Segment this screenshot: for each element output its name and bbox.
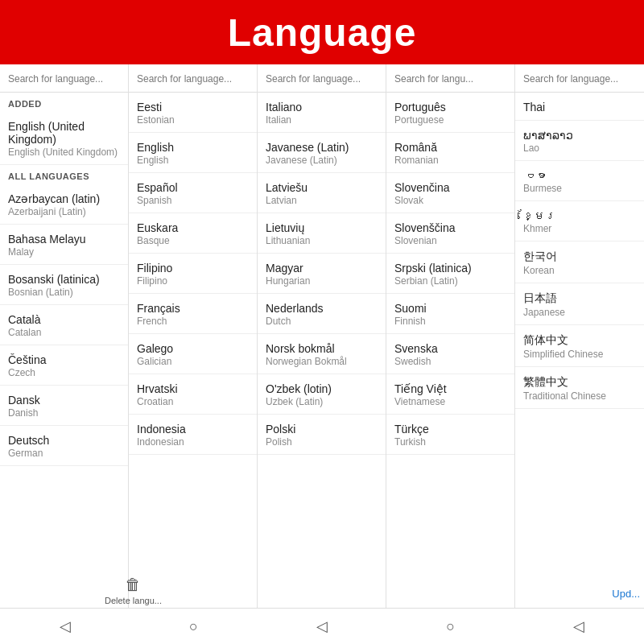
language-sub: English [137, 155, 249, 166]
list-item[interactable]: SlovenščinaSlovenian [386, 213, 514, 254]
language-sub: Galician [137, 356, 249, 367]
language-sub: Malay [8, 246, 120, 258]
language-name: Dansk [8, 394, 120, 407]
column-content-5: ThaiພາສາລາວLaoဗမာBurmeseខ្មែរKhmer한국어Kor… [515, 93, 644, 644]
list-item[interactable]: GalegoGalician [129, 334, 257, 374]
back-button-2[interactable]: ◁ [304, 613, 340, 639]
language-sub: French [137, 316, 249, 327]
language-sub: Traditional Chinese [523, 390, 636, 402]
list-item[interactable]: EspañolSpanish [129, 173, 257, 213]
list-item[interactable]: LietuviųLithuanian [258, 213, 386, 254]
language-column-4: PortuguêsPortugueseRomânăRomanianSlovenč… [386, 64, 515, 644]
language-sub: English (United Kingdom) [8, 147, 120, 158]
search-input-col-2[interactable] [137, 73, 249, 85]
column-content-3: ItalianoItalianJavanese (Latin)Javanese … [258, 93, 386, 644]
back-button-1[interactable]: ◁ [47, 613, 83, 639]
language-name: Thai [523, 101, 636, 114]
list-item[interactable]: Thai [515, 93, 644, 121]
language-name: Tiếng Việt [394, 382, 506, 395]
list-item[interactable]: Bahasa MelayuMalay [0, 225, 128, 265]
language-name: Azərbaycan (latin) [8, 192, 120, 205]
language-name: Español [137, 181, 249, 194]
list-item[interactable]: IndonesiaIndonesian [129, 415, 257, 455]
list-item[interactable]: Srpski (latinica)Serbian (Latin) [386, 254, 514, 294]
list-item[interactable]: SlovenčinaSlovak [386, 173, 514, 213]
search-input-col-3[interactable] [266, 73, 378, 85]
search-bar-col-1 [0, 64, 128, 93]
list-item[interactable]: Azərbaycan (latin)Azerbaijani (Latin) [0, 184, 128, 225]
list-item[interactable]: EestiEstonian [129, 93, 257, 133]
language-name: 繁體中文 [523, 375, 636, 390]
list-item[interactable]: 繁體中文Traditional Chinese [515, 367, 644, 409]
language-name: Javanese (Latin) [266, 141, 378, 154]
list-item[interactable]: NederlandsDutch [258, 294, 386, 334]
list-item[interactable]: FrançaisFrench [129, 294, 257, 334]
language-sub: Japanese [523, 307, 636, 318]
language-name: Deutsch [8, 434, 120, 447]
update-button[interactable]: Upd... [612, 588, 640, 600]
list-item[interactable]: PolskiPolish [258, 415, 386, 455]
list-item[interactable]: HrvatskiCroatian [129, 374, 257, 415]
list-item[interactable]: 한국어Korean [515, 242, 644, 283]
list-item[interactable]: EnglishEnglish [129, 133, 257, 173]
list-item[interactable]: PortuguêsPortuguese [386, 93, 514, 133]
list-item[interactable]: TürkçeTurkish [386, 415, 514, 455]
search-input-col-5[interactable] [523, 73, 636, 85]
home-button-1[interactable]: ○ [177, 614, 210, 639]
list-item[interactable]: SvenskaSwedish [386, 334, 514, 374]
language-name: Eesti [137, 101, 249, 114]
language-name: ဗမာ [523, 169, 636, 182]
language-name: Polski [266, 423, 378, 436]
list-item[interactable]: English (United Kingdom)English (United … [0, 112, 128, 165]
language-name: Bosanski (latinica) [8, 273, 120, 286]
language-sub: Swedish [394, 356, 506, 367]
language-name: Suomi [394, 302, 506, 315]
language-name: Srpski (latinica) [394, 262, 506, 275]
language-name: Indonesia [137, 423, 249, 436]
column-content-2: EestiEstonianEnglishEnglishEspañolSpanis… [129, 93, 257, 644]
list-item[interactable]: Norsk bokmålNorwegian Bokmål [258, 334, 386, 374]
list-item[interactable]: 日本語Japanese [515, 283, 644, 325]
list-item[interactable]: DeutschGerman [0, 426, 128, 466]
language-name: Italiano [266, 101, 378, 114]
language-sub: Croatian [137, 396, 249, 407]
list-item[interactable]: ဗမာBurmese [515, 161, 644, 201]
home-button-2[interactable]: ○ [434, 614, 467, 639]
language-name: 日本語 [523, 291, 636, 306]
list-item[interactable]: Javanese (Latin)Javanese (Latin) [258, 133, 386, 173]
list-item[interactable]: CatalàCatalan [0, 305, 128, 345]
list-item[interactable]: ItalianoItalian [258, 93, 386, 133]
delete-language-button[interactable]: 🗑 Delete langu... [105, 576, 162, 605]
back-button-3[interactable]: ◁ [561, 613, 597, 639]
list-item[interactable]: ខ្មែរKhmer [515, 201, 644, 242]
list-item[interactable]: FilipinoFilipino [129, 254, 257, 294]
list-item[interactable]: 简体中文Simplified Chinese [515, 325, 644, 367]
list-item[interactable]: SuomiFinnish [386, 294, 514, 334]
list-item[interactable]: DanskDanish [0, 386, 128, 426]
list-item[interactable]: O'zbek (lotin)Uzbek (Latin) [258, 374, 386, 415]
language-column-2: EestiEstonianEnglishEnglishEspañolSpanis… [129, 64, 258, 644]
language-columns: ADDEDEnglish (United Kingdom)English (Un… [0, 64, 644, 644]
list-item[interactable]: EuskaraBasque [129, 213, 257, 254]
language-sub: Latvian [266, 195, 378, 206]
language-sub: Azerbaijani (Latin) [8, 206, 120, 217]
list-item[interactable]: LatviešuLatvian [258, 173, 386, 213]
language-sub: Khmer [523, 223, 636, 234]
language-sub: Indonesian [137, 436, 249, 448]
list-item[interactable]: RomânăRomanian [386, 133, 514, 173]
language-name: O'zbek (lotin) [266, 382, 378, 395]
language-sub: Slovak [394, 195, 506, 206]
list-item[interactable]: Tiếng ViệtVietnamese [386, 374, 514, 415]
list-item[interactable]: ພາສາລາວLao [515, 121, 644, 161]
language-sub: Norwegian Bokmål [266, 356, 378, 367]
list-item[interactable]: Bosanski (latinica)Bosnian (Latin) [0, 265, 128, 305]
language-name: Bahasa Melayu [8, 233, 120, 246]
list-item[interactable]: ČeštinaCzech [0, 345, 128, 386]
language-sub: Lao [523, 142, 636, 154]
language-name: Slovenčina [394, 181, 506, 194]
list-item[interactable]: MagyarHungarian [258, 254, 386, 294]
search-input-col-4[interactable] [394, 73, 506, 85]
language-sub: Simplified Chinese [523, 349, 636, 360]
search-input-col-1[interactable] [8, 73, 120, 85]
language-name: Galego [137, 342, 249, 355]
